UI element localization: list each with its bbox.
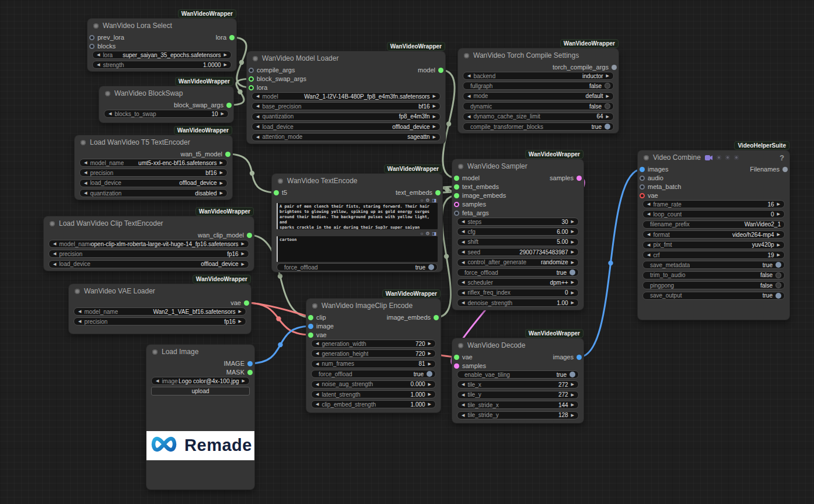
input-slot-vae[interactable]: vae [454, 353, 473, 361]
speaker-icon[interactable]: ◨ [432, 198, 436, 203]
node-decode[interactable]: WanVideo Decodevaesamplesimagesenable_va… [452, 338, 584, 423]
widget-attention_mode[interactable]: ◀attention_modesageattn▶ [251, 133, 441, 141]
node-title-bar[interactable]: WanVideo Model Loader [247, 51, 445, 65]
node-imageclip[interactable]: WanVideo ImageClip Encodeclipimagevaeima… [306, 299, 441, 412]
widget-tile_stride_x[interactable]: ◀tile_stride_x144▶ [457, 401, 579, 409]
slot-dot-icon[interactable] [434, 315, 439, 320]
node-status-dot-icon[interactable] [278, 178, 283, 184]
prompt-textarea[interactable]: cartoon [277, 236, 438, 262]
widget-precision[interactable]: ◀precisionbf16▶ [79, 169, 228, 177]
node-status-dot-icon[interactable] [644, 155, 649, 160]
slot-dot-icon[interactable] [454, 184, 459, 190]
decrement-arrow-icon[interactable]: ◀ [466, 94, 472, 99]
widget-scheduler[interactable]: ◀schedulerdpm++▶ [457, 278, 579, 286]
increment-arrow-icon[interactable]: ▶ [240, 379, 247, 383]
node-vae-loader[interactable]: WanVideo VAE Loadervae◀model_nameWan2_1_… [69, 284, 251, 334]
widget-generation_height[interactable]: ◀generation_height720▶ [311, 349, 436, 358]
slot-dot-icon[interactable] [454, 202, 459, 207]
link-midpoint-dot[interactable] [608, 261, 613, 265]
input-slot-samples[interactable]: samples [454, 200, 486, 208]
increment-arrow-icon[interactable]: ▶ [218, 191, 225, 195]
widget-tile_stride_y[interactable]: ◀tile_stride_y128▶ [457, 411, 579, 419]
circle-icon[interactable]: ○ [420, 198, 423, 203]
node-status-dot-icon[interactable] [105, 91, 110, 96]
node-status-dot-icon[interactable] [458, 164, 463, 169]
node-title-bar[interactable]: WanVideo VAE Loader [69, 284, 251, 298]
decrement-arrow-icon[interactable]: ◀ [460, 250, 466, 254]
toggle-dynamic[interactable]: dynamicfalse [463, 102, 614, 110]
decrement-arrow-icon[interactable]: ◀ [460, 290, 466, 295]
option-dot-icon[interactable] [734, 155, 739, 160]
input-slot-model[interactable]: model [454, 174, 480, 182]
output-slot-text_embeds[interactable]: text_embeds [396, 188, 441, 197]
widget-value[interactable]: offload_device [179, 180, 216, 186]
widget-pix_fmt[interactable]: ◀pix_fmtyuv420p▶ [642, 241, 785, 249]
node-t5-encoder[interactable]: Load WanVideo T5 TextEncoderwan_t5_model… [75, 135, 232, 200]
increment-arrow-icon[interactable]: ▶ [431, 104, 438, 108]
input-slot-image_embeds[interactable]: image_embeds [454, 191, 506, 200]
toggle-knob[interactable] [605, 124, 610, 130]
widget-model_name[interactable]: ◀model_nameumt5-xxl-enc-bf16.safetensors… [79, 159, 228, 167]
input-slot-vae[interactable]: vae [640, 191, 658, 200]
node-status-dot-icon[interactable] [253, 56, 258, 61]
slot-dot-icon[interactable] [640, 167, 645, 172]
widget-value[interactable]: 290077345483987 [519, 249, 568, 256]
widget-value[interactable]: 0.000 [411, 381, 425, 387]
link-midpoint-dot[interactable] [278, 342, 282, 347]
slot-dot-icon[interactable] [226, 103, 232, 108]
increment-arrow-icon[interactable]: ▶ [570, 280, 576, 285]
widget-value[interactable]: 1.0000 [203, 62, 221, 68]
widget-value[interactable]: offload_device [392, 124, 429, 130]
node-status-dot-icon[interactable] [464, 53, 469, 58]
input-slot-feta_args[interactable]: feta_args [454, 209, 489, 217]
widget-value[interactable]: 144 [558, 402, 568, 408]
widget-value[interactable]: bf16 [205, 170, 216, 176]
decrement-arrow-icon[interactable]: ◀ [645, 212, 652, 216]
slot-dot-icon[interactable] [438, 68, 443, 73]
toggle-compile_transformer_blocks[interactable]: compile_transformer_blockstrue [463, 123, 614, 131]
widget-value[interactable]: 10 [211, 111, 218, 117]
widget-value[interactable]: fp16 [224, 318, 235, 325]
widget-value[interactable]: fp16 [227, 251, 238, 257]
decrement-arrow-icon[interactable]: ◀ [51, 262, 58, 267]
widget-value[interactable]: 272 [558, 391, 568, 398]
node-title-bar[interactable]: WanVideo Decode [452, 338, 584, 352]
increment-arrow-icon[interactable]: ▶ [570, 229, 576, 234]
increment-arrow-icon[interactable]: ▶ [222, 52, 229, 57]
toggle-knob[interactable] [605, 83, 610, 89]
widget-value[interactable]: 0 [771, 211, 774, 218]
slot-dot-icon[interactable] [640, 184, 645, 190]
toggle-force_offload[interactable]: force_offloadtrue [457, 268, 579, 276]
widget-value[interactable]: 0 [565, 289, 568, 296]
widget-load_device[interactable]: ◀load_deviceoffload_device▶ [48, 260, 249, 268]
increment-arrow-icon[interactable]: ▶ [570, 240, 576, 244]
decrement-arrow-icon[interactable]: ◀ [51, 251, 58, 256]
increment-arrow-icon[interactable]: ▶ [775, 202, 782, 206]
widget-tile_x[interactable]: ◀tile_x272▶ [457, 380, 579, 388]
increment-arrow-icon[interactable]: ▶ [240, 262, 246, 267]
output-slot-wan_t5_model[interactable]: wan_t5_model [180, 150, 230, 158]
widget-value[interactable]: 272 [558, 382, 568, 388]
decrement-arrow-icon[interactable]: ◀ [645, 243, 652, 247]
widget-format[interactable]: ◀formatvideo/h264-mp4▶ [642, 230, 785, 239]
decrement-arrow-icon[interactable]: ◀ [460, 240, 466, 244]
slot-dot-icon[interactable] [249, 85, 254, 90]
widget-lora[interactable]: ◀lorasuper_saiyan_35_epochs.safetensors▶ [92, 51, 232, 59]
widget-value[interactable]: 81 [418, 360, 425, 367]
node-model-loader[interactable]: WanVideo Model Loadercompile_argsblock_s… [247, 51, 445, 144]
slot-dot-icon[interactable] [249, 76, 254, 82]
widget-dynamo_cache_size_limit[interactable]: ◀dynamo_cache_size_limit64▶ [463, 113, 614, 121]
output-slot-MASK[interactable]: MASK [226, 368, 253, 376]
widget-num_frames[interactable]: ◀num_frames81▶ [311, 360, 436, 368]
widget-value[interactable]: 5.00 [557, 239, 568, 245]
decrement-arrow-icon[interactable]: ◀ [466, 114, 472, 119]
node-load-image[interactable]: Load ImageIMAGEMASK◀imageLogo color@4x-1… [146, 345, 254, 489]
decrement-arrow-icon[interactable]: ◀ [254, 135, 261, 139]
widget-control_after_generate[interactable]: ◀control_after_generaterandomize▶ [457, 258, 579, 267]
decrement-arrow-icon[interactable]: ◀ [460, 280, 466, 285]
output-slot-lora[interactable]: lora [216, 33, 235, 41]
link-midpoint-dot[interactable] [446, 121, 451, 126]
input-slot-compile_args[interactable]: compile_args [249, 66, 295, 74]
node-title-bar[interactable]: Load WanVideo Clip TextEncoder [44, 216, 254, 230]
slot-dot-icon[interactable] [640, 176, 645, 181]
